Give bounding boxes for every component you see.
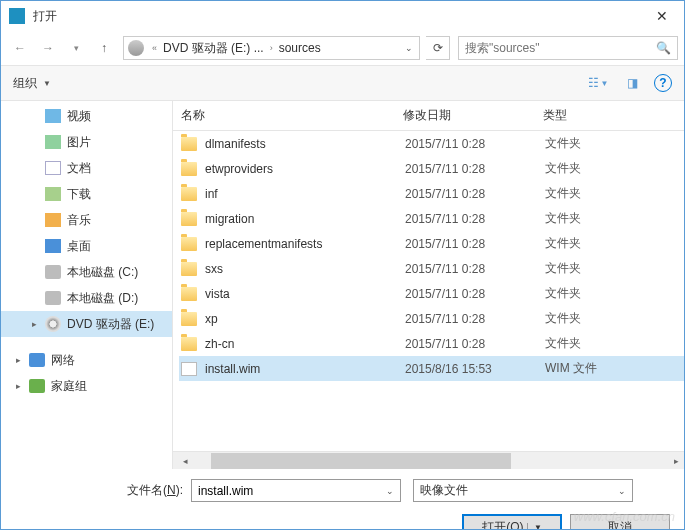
file-row[interactable]: vista2015/7/11 0:28文件夹 xyxy=(179,281,684,306)
sidebar-item-label: 家庭组 xyxy=(51,378,87,395)
cancel-button[interactable]: 取消 xyxy=(570,514,670,530)
filename-combo[interactable]: ⌄ xyxy=(191,479,401,502)
breadcrumb-item[interactable]: DVD 驱动器 (E:) ... xyxy=(161,40,266,57)
scroll-right-icon[interactable]: ▸ xyxy=(668,453,684,469)
sidebar-item-label: 桌面 xyxy=(67,238,91,255)
file-type: 文件夹 xyxy=(545,210,581,227)
file-row[interactable]: inf2015/7/11 0:28文件夹 xyxy=(179,181,684,206)
col-name[interactable]: 名称 xyxy=(181,107,403,124)
sidebar-item-label: 本地磁盘 (C:) xyxy=(67,264,138,281)
file-name: etwproviders xyxy=(205,162,405,176)
col-type[interactable]: 类型 xyxy=(543,107,684,124)
chevron-down-icon: ▼ xyxy=(43,79,51,88)
sidebar-item[interactable]: 下载 xyxy=(1,181,172,207)
sidebar-item[interactable]: 本地磁盘 (C:) xyxy=(1,259,172,285)
chevron-down-icon[interactable]: ⌄ xyxy=(618,486,626,496)
file-row[interactable]: migration2015/7/11 0:28文件夹 xyxy=(179,206,684,231)
file-name: migration xyxy=(205,212,405,226)
scroll-thumb[interactable] xyxy=(211,453,511,469)
filter-label: 映像文件 xyxy=(420,482,618,499)
item-icon xyxy=(45,135,61,149)
file-row[interactable]: dlmanifests2015/7/11 0:28文件夹 xyxy=(179,131,684,156)
file-row[interactable]: etwproviders2015/7/11 0:28文件夹 xyxy=(179,156,684,181)
drive-icon xyxy=(128,40,144,56)
search-input[interactable] xyxy=(465,41,656,55)
col-date[interactable]: 修改日期 xyxy=(403,107,543,124)
file-row[interactable]: xp2015/7/11 0:28文件夹 xyxy=(179,306,684,331)
file-name: dlmanifests xyxy=(205,137,405,151)
file-date: 2015/7/11 0:28 xyxy=(405,287,545,301)
breadcrumb-dropdown[interactable]: ⌄ xyxy=(399,43,419,53)
breadcrumb-item[interactable]: sources xyxy=(277,41,323,55)
sidebar-item[interactable]: ▸网络 xyxy=(1,347,172,373)
item-icon xyxy=(45,239,61,253)
chevron-left-icon: « xyxy=(148,43,161,53)
body: 视频图片文档下载音乐桌面本地磁盘 (C:)本地磁盘 (D:)▸DVD 驱动器 (… xyxy=(1,101,684,469)
recent-dropdown[interactable]: ▾ xyxy=(63,35,89,61)
item-icon xyxy=(45,187,61,201)
file-row[interactable]: sxs2015/7/11 0:28文件夹 xyxy=(179,256,684,281)
item-icon xyxy=(45,213,61,227)
file-type: 文件夹 xyxy=(545,235,581,252)
sidebar-item[interactable]: ▸DVD 驱动器 (E:) xyxy=(1,311,172,337)
item-icon xyxy=(29,353,45,367)
tree-caret-icon: ▸ xyxy=(13,381,23,391)
organize-label: 组织 xyxy=(13,75,37,92)
close-button[interactable]: ✕ xyxy=(639,1,684,31)
folder-icon xyxy=(181,162,197,176)
filter-combo[interactable]: 映像文件 ⌄ xyxy=(413,479,633,502)
filename-input[interactable] xyxy=(198,484,386,498)
sidebar-item[interactable]: 图片 xyxy=(1,129,172,155)
file-row[interactable]: zh-cn2015/7/11 0:28文件夹 xyxy=(179,331,684,356)
breadcrumb[interactable]: « DVD 驱动器 (E:) ... › sources ⌄ xyxy=(123,36,420,60)
sidebar-item-label: 音乐 xyxy=(67,212,91,229)
file-row[interactable]: install.wim2015/8/16 15:53WIM 文件 xyxy=(179,356,684,381)
horizontal-scrollbar[interactable]: ◂ ▸ xyxy=(173,451,684,469)
file-name: install.wim xyxy=(205,362,405,376)
sidebar: 视频图片文档下载音乐桌面本地磁盘 (C:)本地磁盘 (D:)▸DVD 驱动器 (… xyxy=(1,101,173,469)
toolbar: 组织 ▼ ☷ ▼ ◨ ? xyxy=(1,65,684,101)
file-date: 2015/7/11 0:28 xyxy=(405,137,545,151)
file-type: 文件夹 xyxy=(545,335,581,352)
file-type: 文件夹 xyxy=(545,185,581,202)
up-button[interactable]: ↑ xyxy=(91,35,117,61)
file-row[interactable]: replacementmanifests2015/7/11 0:28文件夹 xyxy=(179,231,684,256)
forward-button[interactable]: → xyxy=(35,35,61,61)
file-type: 文件夹 xyxy=(545,285,581,302)
file-list[interactable]: dlmanifests2015/7/11 0:28文件夹etwproviders… xyxy=(173,131,684,451)
sidebar-item-label: 下载 xyxy=(67,186,91,203)
sidebar-item[interactable]: 本地磁盘 (D:) xyxy=(1,285,172,311)
chevron-down-icon[interactable]: ⌄ xyxy=(386,486,394,496)
folder-icon xyxy=(181,337,197,351)
folder-icon xyxy=(181,187,197,201)
sidebar-item[interactable]: 桌面 xyxy=(1,233,172,259)
search-box[interactable]: 🔍 xyxy=(458,36,678,60)
refresh-button[interactable]: ⟳ xyxy=(426,36,450,60)
open-button[interactable]: 打开(O) ▼ xyxy=(462,514,562,530)
folder-icon xyxy=(181,137,197,151)
sidebar-item[interactable]: ▸家庭组 xyxy=(1,373,172,399)
sidebar-item-label: 本地磁盘 (D:) xyxy=(67,290,138,307)
file-type: 文件夹 xyxy=(545,160,581,177)
file-type: 文件夹 xyxy=(545,310,581,327)
folder-icon xyxy=(181,237,197,251)
sidebar-item[interactable]: 音乐 xyxy=(1,207,172,233)
preview-pane-button[interactable]: ◨ xyxy=(620,73,644,93)
footer: 文件名(N): ⌄ 映像文件 ⌄ 打开(O) ▼ 取消 xyxy=(1,469,684,530)
back-button[interactable]: ← xyxy=(7,35,33,61)
file-name: sxs xyxy=(205,262,405,276)
sidebar-item[interactable]: 视频 xyxy=(1,103,172,129)
organize-menu[interactable]: 组织 ▼ xyxy=(13,75,51,92)
folder-icon xyxy=(181,287,197,301)
search-icon[interactable]: 🔍 xyxy=(656,41,671,55)
file-date: 2015/7/11 0:28 xyxy=(405,162,545,176)
folder-icon xyxy=(181,262,197,276)
item-icon xyxy=(45,291,61,305)
view-menu[interactable]: ☷ ▼ xyxy=(586,73,610,93)
help-button[interactable]: ? xyxy=(654,74,672,92)
sidebar-item[interactable]: 文档 xyxy=(1,155,172,181)
file-type: WIM 文件 xyxy=(545,360,597,377)
scroll-left-icon[interactable]: ◂ xyxy=(177,453,193,469)
file-type: 文件夹 xyxy=(545,135,581,152)
file-date: 2015/7/11 0:28 xyxy=(405,262,545,276)
